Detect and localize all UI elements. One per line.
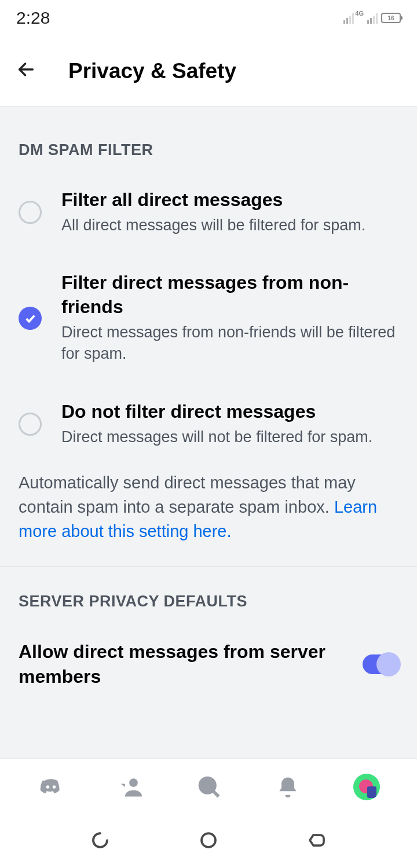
svg-point-2	[200, 778, 215, 793]
radio-desc: Direct messages from non-friends will be…	[61, 322, 398, 366]
toggle-switch[interactable]	[363, 654, 398, 674]
battery-icon: 16	[381, 13, 401, 23]
radio-title: Do not filter direct messages	[61, 400, 398, 424]
app-header: Privacy & Safety	[0, 36, 417, 106]
section-header-server-privacy: SERVER PRIVACY DEFAULTS	[0, 567, 417, 622]
network-type: 4G	[355, 10, 364, 17]
discord-icon[interactable]	[37, 773, 65, 801]
status-bar: 2:28 4G 16	[0, 0, 417, 36]
search-icon[interactable]	[195, 773, 223, 801]
signal-icon-2	[367, 12, 378, 24]
radio-title: Filter direct messages from non-friends	[61, 271, 398, 319]
profile-avatar[interactable]	[353, 774, 380, 800]
bottom-nav	[0, 758, 417, 815]
radio-filter-nonfriends[interactable]: Filter direct messages from non-friends …	[0, 253, 417, 382]
radio-icon	[19, 413, 42, 436]
footer-text: Automatically send direct messages that …	[19, 473, 356, 516]
radio-no-filter[interactable]: Do not filter direct messages Direct mes…	[0, 382, 417, 465]
signal-icon	[343, 12, 354, 24]
friends-icon[interactable]	[116, 773, 144, 801]
section-header-dm-filter: DM SPAM FILTER	[0, 106, 417, 171]
back-button[interactable]	[306, 830, 327, 853]
dm-filter-footer: Automatically send direct messages that …	[0, 466, 417, 567]
svg-point-4	[202, 833, 215, 847]
allow-dm-toggle-row[interactable]: Allow direct messages from server member…	[0, 622, 417, 707]
allow-dm-label: Allow direct messages from server member…	[19, 639, 351, 689]
home-button[interactable]	[198, 830, 219, 853]
svg-line-3	[213, 791, 218, 796]
back-icon[interactable]	[16, 60, 36, 83]
radio-icon-checked	[19, 307, 42, 330]
notifications-icon[interactable]	[274, 773, 302, 801]
radio-title: Filter all direct messages	[61, 188, 398, 212]
status-icons: 4G 16	[343, 12, 401, 24]
status-time: 2:28	[16, 8, 50, 28]
radio-filter-all[interactable]: Filter all direct messages All direct me…	[0, 171, 417, 253]
svg-point-1	[129, 778, 138, 787]
system-nav	[0, 815, 417, 868]
recents-button[interactable]	[90, 830, 111, 853]
page-title: Privacy & Safety	[68, 59, 236, 83]
radio-desc: Direct messages will not be filtered for…	[61, 426, 398, 448]
radio-desc: All direct messages will be filtered for…	[61, 215, 398, 237]
radio-icon	[19, 201, 42, 224]
